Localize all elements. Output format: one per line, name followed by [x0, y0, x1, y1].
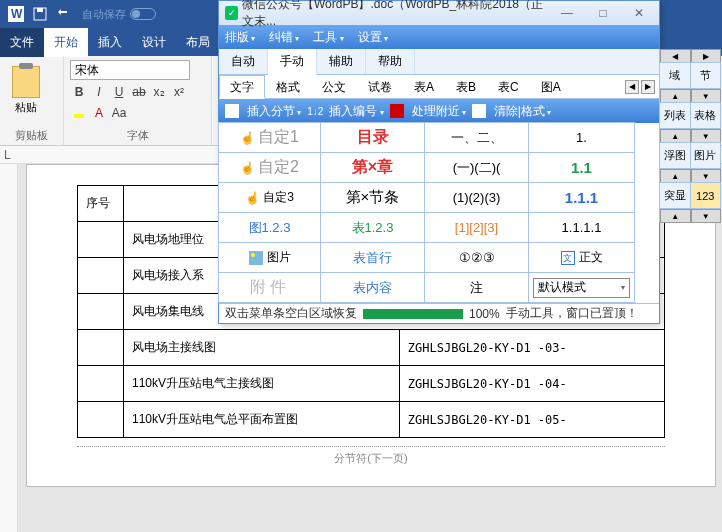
cell-tbl-content[interactable]: 表内容: [320, 272, 425, 303]
svg-point-6: [251, 253, 255, 257]
panel-titlebar[interactable]: ✓ 微信公众号【WordPB】.doc（WordPB_林科院2018（正文末..…: [219, 1, 659, 25]
tab-table-c[interactable]: 表C: [487, 75, 530, 98]
tab-exam[interactable]: 试卷: [357, 75, 403, 98]
menu-layout[interactable]: 布局: [176, 28, 220, 57]
cell-picture[interactable]: 图片: [218, 242, 321, 273]
panel-statusbar: 双击菜单条空白区域恢复 100% 手动工具，窗口已置顶！: [219, 303, 659, 323]
italic-button[interactable]: I: [90, 83, 108, 101]
panel-tabs-secondary: 文字 格式 公文 试卷 表A 表B 表C 图A ◀ ▶: [219, 75, 659, 99]
section-icon: [225, 104, 239, 118]
menu-insert[interactable]: 插入: [88, 28, 132, 57]
cell-toc[interactable]: 目录: [320, 122, 425, 153]
btn-highlight[interactable]: 突显: [659, 182, 691, 209]
cell: 110kV升压站电气主接线图: [124, 366, 400, 402]
btn-clear-format[interactable]: 清除|格式: [494, 103, 551, 120]
menu-correct[interactable]: 纠错: [269, 29, 299, 46]
btn-insert-number[interactable]: 插入编号: [329, 103, 383, 120]
cell-attachment[interactable]: 附件: [218, 272, 321, 303]
svg-rect-5: [249, 251, 263, 265]
tab-format[interactable]: 格式: [265, 75, 311, 98]
menu-settings[interactable]: 设置: [358, 29, 388, 46]
status-hint: 双击菜单条空白区域恢复: [225, 305, 357, 322]
panel-title-text: 微信公众号【WordPB】.doc（WordPB_林科院2018（正文末...: [242, 0, 553, 30]
menu-file[interactable]: 文件: [0, 28, 44, 57]
menu-home[interactable]: 开始: [44, 28, 88, 57]
scroll-up-icon[interactable]: ▲: [660, 89, 691, 103]
scroll-down-icon[interactable]: ▼: [691, 89, 722, 103]
menu-tools[interactable]: 工具: [313, 29, 343, 46]
btn-process-near[interactable]: 处理附近: [412, 103, 466, 120]
cell-custom2[interactable]: ☝自定2: [218, 152, 321, 183]
tab-text[interactable]: 文字: [219, 75, 265, 99]
btn-float[interactable]: 浮图: [659, 142, 691, 169]
strike-button[interactable]: ab: [130, 83, 148, 101]
tab-pic-a[interactable]: 图A: [530, 75, 572, 98]
wechat-icon: ✓: [225, 6, 238, 20]
tab-manual[interactable]: 手动: [268, 49, 317, 75]
minimize-button[interactable]: —: [553, 6, 581, 20]
tab-help[interactable]: 帮助: [366, 49, 415, 74]
cell-tbl-num[interactable]: 表1.2.3: [320, 212, 425, 243]
tab-table-b[interactable]: 表B: [445, 75, 487, 98]
highlight-button[interactable]: [70, 104, 88, 122]
btn-insert-section[interactable]: 插入分节: [247, 103, 301, 120]
cell-tbl-header[interactable]: 表首行: [320, 242, 425, 273]
btn-table[interactable]: 表格: [690, 102, 722, 129]
mode-combo[interactable]: 默认模式: [533, 278, 630, 298]
save-icon[interactable]: [31, 5, 49, 23]
cell-num-paren-cn[interactable]: (一)(二)(: [424, 152, 529, 183]
cell-num-1dot[interactable]: 1.: [528, 122, 635, 153]
cell-num-cn[interactable]: 一、二、: [424, 122, 529, 153]
btn-image[interactable]: 图片: [690, 142, 722, 169]
cell-fig-num[interactable]: 图1.2.3: [218, 212, 321, 243]
status-pct: 100%: [469, 307, 500, 321]
autosave-toggle[interactable]: [130, 8, 156, 20]
tab-scroll-left[interactable]: ◀: [625, 80, 639, 94]
group-clipboard-label: 剪贴板: [0, 128, 63, 143]
maximize-button[interactable]: □: [589, 6, 617, 20]
cell-custom3[interactable]: ☝自定3: [218, 182, 321, 213]
close-button[interactable]: ✕: [625, 6, 653, 20]
cell-section[interactable]: 第×节条: [320, 182, 425, 213]
cell-num-circle[interactable]: ①②③: [424, 242, 529, 273]
paste-button[interactable]: 粘贴: [6, 60, 46, 120]
font-selector[interactable]: 宋体: [70, 60, 190, 80]
group-font-label: 字体: [64, 128, 211, 143]
btn-list[interactable]: 列表: [659, 102, 691, 129]
cell-custom1[interactable]: ☝自定1: [218, 122, 321, 153]
tab-gongwen[interactable]: 公文: [311, 75, 357, 98]
scroll-right-icon[interactable]: ▶: [691, 49, 722, 63]
panel-tabs-primary: 自动 手动 辅助 帮助: [219, 49, 659, 75]
paste-label: 粘贴: [15, 100, 37, 115]
cell-body[interactable]: 文正文: [528, 242, 635, 273]
font-color-button[interactable]: A: [90, 104, 108, 122]
superscript-button[interactable]: x²: [170, 83, 188, 101]
svg-rect-3: [37, 8, 43, 12]
subscript-button[interactable]: x₂: [150, 83, 168, 101]
undo-icon[interactable]: [55, 5, 73, 23]
cell: ZGHLSJBGL20-KY-D1 -04-: [399, 366, 664, 402]
cell-default-mode[interactable]: 默认模式: [528, 272, 635, 303]
hand-icon: ☝: [245, 191, 259, 205]
cell-num-bracket[interactable]: [1][2][3]: [424, 212, 529, 243]
btn-123[interactable]: 123: [690, 182, 722, 209]
tab-auto[interactable]: 自动: [219, 49, 268, 74]
cell-num-paren[interactable]: (1)(2)(3): [424, 182, 529, 213]
btn-field[interactable]: 域: [659, 62, 691, 89]
menu-typeset[interactable]: 排版: [225, 29, 255, 46]
cell-num-1-1-1[interactable]: 1.1.1: [528, 182, 635, 213]
underline-button[interactable]: U: [110, 83, 128, 101]
tab-assist[interactable]: 辅助: [317, 49, 366, 74]
cell-chapter[interactable]: 第×章: [320, 152, 425, 183]
char-case-button[interactable]: Aa: [110, 104, 128, 122]
scroll-left-icon[interactable]: ◀: [660, 49, 691, 63]
th-seq: 序号: [78, 186, 124, 222]
cell-note[interactable]: 注: [424, 272, 529, 303]
menu-design[interactable]: 设计: [132, 28, 176, 57]
btn-section[interactable]: 节: [690, 62, 722, 89]
cell-num-1-1[interactable]: 1.1: [528, 152, 635, 183]
bold-button[interactable]: B: [70, 83, 88, 101]
tab-table-a[interactable]: 表A: [403, 75, 445, 98]
cell-num-4level[interactable]: 1.1.1.1: [528, 212, 635, 243]
tab-scroll-right[interactable]: ▶: [641, 80, 655, 94]
